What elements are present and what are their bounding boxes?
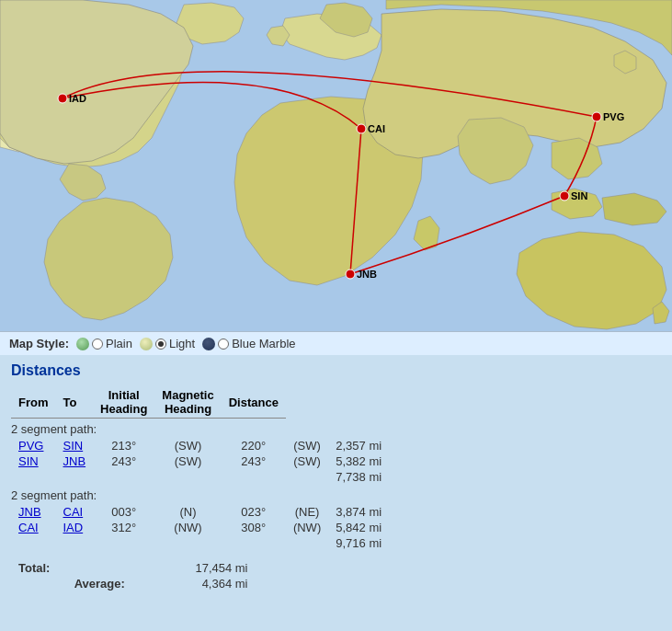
col-to: To [56,386,94,419]
total-value: 17,454 mi [188,560,255,576]
from-sin[interactable]: SIN [18,454,39,468]
jnb-cai-initial-dir: (N) [154,504,221,520]
globe-marble-icon [202,338,215,350]
sin-jnb-mag-deg: 243° [222,453,286,469]
cai-iad-initial-dir: (NW) [154,520,221,535]
jnb-cai-initial-deg: 003° [93,504,154,520]
pvg-sin-distance: 2,357 mi [328,438,389,453]
world-map: IAD PVG CAI SIN JNB [0,0,672,331]
segment-2-label: 2 segment path: [11,485,286,504]
cai-iad-distance: 5,842 mi [328,520,389,535]
to-jnb[interactable]: JNB [63,454,86,468]
segment-1-subtotal-row: 7,738 mi [11,469,389,485]
segment-2-subtotal-row: 9,716 mi [11,535,389,551]
svg-point-5 [357,124,366,133]
map-style-bar: Map Style: Plain Light Blue Marble [0,331,672,355]
map-style-light[interactable]: Light [140,337,195,350]
radio-marble[interactable] [218,338,229,350]
average-label: Average: [11,576,188,591]
svg-point-7 [560,191,569,201]
table-row: SIN JNB 243° (SW) 243° (SW) 5,382 mi [11,453,389,469]
segment-1-subtotal: 7,738 mi [328,469,389,485]
to-sin[interactable]: SIN [63,439,84,453]
svg-point-1 [58,94,67,103]
sin-jnb-initial-dir: (SW) [154,453,221,469]
total-row: Total: 17,454 mi [11,560,256,576]
col-initial-heading: InitialHeading [93,386,154,419]
jnb-cai-distance: 3,874 mi [328,504,389,520]
sin-jnb-initial-deg: 243° [93,453,154,469]
total-label: Total: [11,560,188,576]
radio-light[interactable] [155,338,166,350]
svg-text:IAD: IAD [69,93,86,104]
table-row: PVG SIN 213° (SW) 220° (SW) 2,357 mi [11,438,389,453]
from-cai[interactable]: CAI [18,521,39,534]
cai-iad-mag-deg: 308° [222,520,286,535]
svg-point-3 [592,112,601,121]
sin-jnb-mag-dir: (SW) [286,453,328,469]
radio-plain[interactable] [92,338,103,350]
map-style-marble[interactable]: Blue Marble [202,337,295,350]
svg-point-9 [346,270,355,279]
table-row: CAI IAD 312° (NW) 308° (NW) 5,842 mi [11,520,389,535]
from-jnb[interactable]: JNB [18,505,41,519]
col-from: From [11,386,56,419]
map-style-light-label: Light [169,337,195,350]
cai-iad-mag-dir: (NW) [286,520,328,535]
col-magnetic-heading: MagneticHeading [154,386,221,419]
segment-1-label: 2 segment path: [11,419,286,439]
svg-text:CAI: CAI [368,123,385,134]
sin-jnb-distance: 5,382 mi [328,453,389,469]
map-style-plain-label: Plain [106,337,132,350]
pvg-sin-initial-dir: (SW) [154,438,221,453]
distances-title: Distances [11,362,661,379]
segment-2-subtotal: 9,716 mi [328,535,389,551]
average-value: 4,364 mi [188,576,255,591]
to-cai[interactable]: CAI [63,505,84,519]
pvg-sin-initial-deg: 213° [93,438,154,453]
average-row: Average: 4,364 mi [11,576,256,591]
table-row: JNB CAI 003° (N) 023° (NE) 3,874 mi [11,504,389,520]
globe-light-icon [140,338,153,350]
map-style-plain[interactable]: Plain [76,337,132,350]
map-style-label: Map Style: [9,337,69,350]
pvg-sin-mag-dir: (SW) [286,438,328,453]
to-iad[interactable]: IAD [63,521,84,534]
totals-table: Total: 17,454 mi Average: 4,364 mi [11,560,256,591]
svg-text:JNB: JNB [357,269,377,280]
from-pvg[interactable]: PVG [18,439,43,453]
col-distance: Distance [222,386,286,419]
jnb-cai-mag-deg: 023° [222,504,286,520]
svg-text:PVG: PVG [603,111,624,122]
distances-table: From To InitialHeading MagneticHeading D… [11,386,389,551]
cai-iad-initial-deg: 312° [93,520,154,535]
jnb-cai-mag-dir: (NE) [286,504,328,520]
globe-plain-icon [76,338,89,350]
distances-section: Distances From To InitialHeading Magneti… [0,355,672,599]
pvg-sin-mag-deg: 220° [222,438,286,453]
svg-text:SIN: SIN [571,190,587,201]
map-style-marble-label: Blue Marble [232,337,295,350]
